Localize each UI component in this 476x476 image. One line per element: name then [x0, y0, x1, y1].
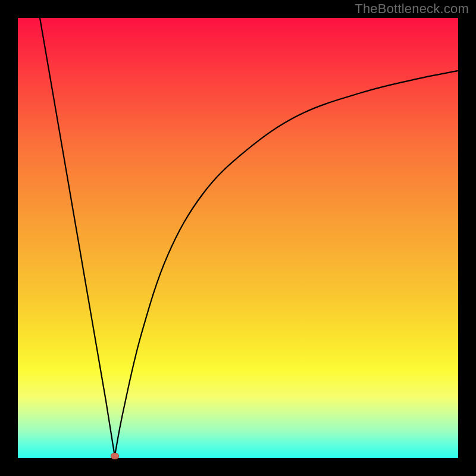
curve-path [40, 18, 458, 456]
plot-area [18, 18, 458, 458]
chart-frame: TheBottleneck.com [0, 0, 476, 476]
watermark-text: TheBottleneck.com [355, 1, 469, 17]
curve-svg [18, 18, 458, 458]
min-point-marker [111, 453, 119, 459]
